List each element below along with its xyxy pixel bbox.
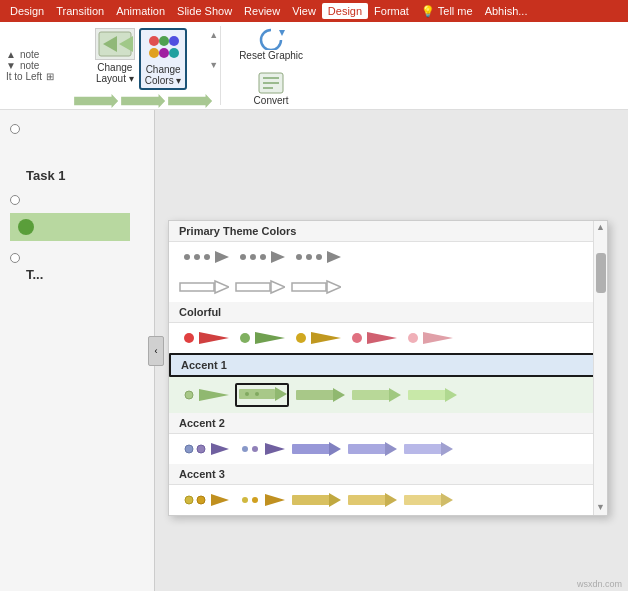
svg-marker-51: [389, 388, 401, 402]
arrow-outline-1: [179, 278, 229, 296]
arrow-color-pink: [347, 329, 397, 347]
accent3-arrow-1: [179, 491, 229, 509]
menu-view[interactable]: View: [286, 3, 322, 19]
menu-slideshow[interactable]: Slide Show: [171, 3, 238, 19]
change-layout-icon: [95, 28, 135, 60]
menu-user[interactable]: Abhish...: [479, 3, 534, 19]
note-down-icon: ▼: [6, 60, 16, 71]
note-label-2: note: [20, 60, 39, 71]
dropdown-scroll-thumb[interactable]: [596, 253, 606, 293]
svg-rect-76: [404, 495, 442, 505]
svg-point-16: [204, 254, 210, 260]
svg-point-40: [408, 333, 418, 343]
accent1-arrow-1: [179, 386, 229, 404]
change-colors-button[interactable]: ChangeColors ▾: [139, 28, 188, 90]
primary-row-2[interactable]: [169, 272, 607, 302]
svg-rect-60: [292, 444, 330, 454]
menu-bar: Design Transition Animation Slide Show R…: [0, 0, 628, 22]
svg-rect-62: [348, 444, 386, 454]
dropdown-scrollbar[interactable]: ▲ ▼: [593, 221, 607, 515]
scroll-up-icon[interactable]: ▲: [209, 30, 218, 40]
section-accent2: Accent 2: [169, 413, 607, 434]
svg-point-4: [159, 36, 169, 46]
layout-icon: ⊞: [46, 71, 54, 82]
note-item-2: ▼ note: [6, 60, 54, 71]
svg-marker-37: [311, 332, 341, 344]
arrow-dots-gray-3: [291, 248, 341, 266]
accent1-arrow-5: [407, 386, 457, 404]
svg-rect-52: [408, 390, 446, 400]
accent3-arrow-4: [347, 491, 397, 509]
accent1-arrow-3: [295, 386, 345, 404]
svg-point-18: [240, 254, 246, 260]
colorful-row-1[interactable]: [169, 323, 607, 353]
dropdown-scroll-down[interactable]: ▼: [594, 501, 607, 513]
svg-point-15: [194, 254, 200, 260]
accent2-arrows: [179, 440, 453, 458]
svg-marker-68: [211, 494, 229, 506]
svg-point-20: [260, 254, 266, 260]
svg-marker-35: [255, 332, 285, 344]
svg-point-23: [306, 254, 312, 260]
svg-point-19: [250, 254, 256, 260]
primary-row-1[interactable]: [169, 242, 607, 272]
svg-marker-43: [199, 389, 229, 401]
it-to-left: It to Left ⊞: [6, 71, 54, 82]
menu-design-1[interactable]: Design: [4, 3, 50, 19]
arrow-color-yellow: [291, 329, 341, 347]
svg-marker-77: [441, 493, 453, 507]
arrow-color-green: [235, 329, 285, 347]
arrow-color-red: [179, 329, 229, 347]
svg-point-6: [149, 48, 159, 58]
svg-marker-56: [211, 443, 229, 455]
svg-marker-27: [215, 281, 229, 293]
task-2-row: [10, 195, 148, 205]
accent1-selected-box: [235, 383, 289, 407]
theme-preview-row-1: [74, 94, 212, 108]
svg-rect-30: [292, 283, 326, 291]
accent3-arrow-2: [235, 491, 285, 509]
menu-format[interactable]: Format: [368, 3, 415, 19]
convert-icon: [257, 71, 285, 95]
svg-marker-39: [367, 332, 397, 344]
green-dot: [18, 219, 34, 235]
reset-graphic-button[interactable]: Reset Graphic: [233, 24, 309, 63]
accent1-row-1[interactable]: [169, 377, 607, 413]
collapse-panel-button[interactable]: ‹: [148, 336, 164, 366]
theme-arrow-2: [121, 94, 165, 108]
menu-transition[interactable]: Transition: [50, 3, 110, 19]
note-up-icon: ▲: [6, 49, 16, 60]
accent2-arrow-3: [291, 440, 341, 458]
change-layout-label: ChangeLayout ▾: [96, 62, 134, 84]
theme-arrow-3: [168, 94, 212, 108]
menu-review[interactable]: Review: [238, 3, 286, 19]
svg-point-24: [316, 254, 322, 260]
accent3-arrow-5: [403, 491, 453, 509]
svg-point-66: [185, 496, 193, 504]
menu-tell-me[interactable]: 💡 Tell me: [415, 3, 479, 20]
task-1-label: Task 1: [26, 168, 148, 183]
reset-graphic-label: Reset Graphic: [239, 50, 303, 61]
colorful-arrows: [179, 329, 453, 347]
svg-point-22: [296, 254, 302, 260]
svg-point-58: [252, 446, 258, 452]
accent3-arrows: [179, 491, 453, 509]
svg-marker-49: [333, 388, 345, 402]
accent3-row-1[interactable]: [169, 485, 607, 515]
svg-marker-9: [279, 30, 285, 36]
dropdown-scroll-up[interactable]: ▲: [594, 221, 607, 233]
scroll-down-icon[interactable]: ▼: [209, 60, 218, 70]
convert-button[interactable]: Convert: [248, 69, 295, 108]
svg-point-55: [197, 445, 205, 453]
change-layout-button[interactable]: ChangeLayout ▾: [95, 28, 135, 84]
primary-arrows-2: [179, 278, 341, 296]
svg-marker-53: [445, 388, 457, 402]
it-to-left-label: It to Left: [6, 71, 42, 82]
arrow-outline-3: [291, 278, 341, 296]
menu-animation[interactable]: Animation: [110, 3, 171, 19]
section-accent3: Accent 3: [169, 464, 607, 485]
accent2-row-1[interactable]: [169, 434, 607, 464]
svg-marker-45: [275, 387, 287, 401]
arrow-color-ltpink: [403, 329, 453, 347]
menu-design-2[interactable]: Design: [322, 3, 368, 19]
